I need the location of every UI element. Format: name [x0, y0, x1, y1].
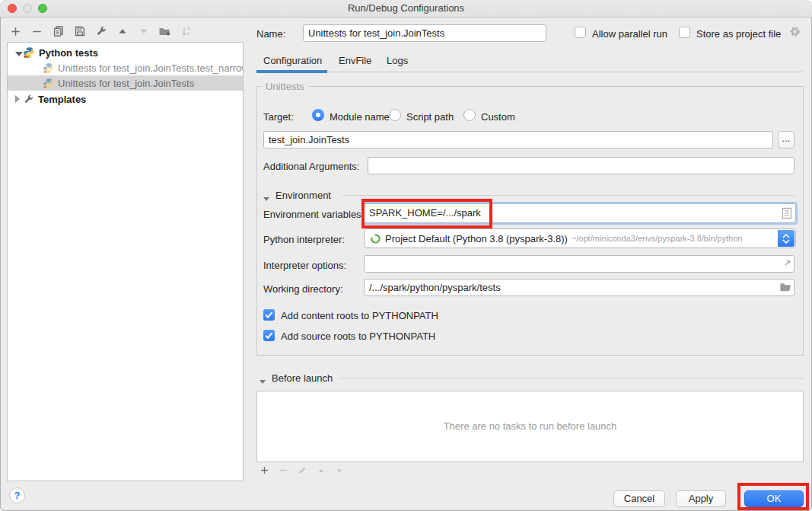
- tab-strip-divider: [256, 72, 804, 72]
- combo-spinner-icon[interactable]: [778, 230, 794, 247]
- interpreter-value: Project Default (Python 3.8 (pyspark-3.8…: [385, 233, 568, 244]
- environment-variables-label: Environment variables:: [263, 209, 364, 220]
- tree-item-unittests-test-narrow[interactable]: Unittests for test_join.JoinTests.test_n…: [8, 60, 243, 75]
- interpreter-options-input[interactable]: [364, 255, 794, 273]
- folder-icon[interactable]: [779, 282, 791, 292]
- name-input[interactable]: Unittests for test_join.JoinTests: [303, 24, 546, 42]
- environment-variables-value[interactable]: SPARK_HOME=/.../spark: [364, 203, 796, 223]
- remove-icon[interactable]: [30, 25, 43, 38]
- move-task-up-icon[interactable]: [317, 466, 326, 475]
- before-launch-collapse-arrow-icon[interactable]: [260, 375, 266, 386]
- python-tests-icon: [23, 46, 35, 59]
- before-launch-tasks-panel: There are no tasks to run before launch: [256, 391, 804, 462]
- store-as-project-file-label: Store as project file: [696, 28, 781, 40]
- edit-variables-icon[interactable]: [782, 207, 792, 219]
- unittests-group-title: Unittests: [262, 81, 308, 92]
- add-content-roots-label: Add content roots to PYTHONPATH: [281, 310, 438, 321]
- allow-parallel-run-label: Allow parallel run: [592, 28, 667, 40]
- before-launch-rule: [341, 378, 804, 378]
- help-button[interactable]: ?: [9, 487, 25, 503]
- python-interpreter-label: Python interpreter:: [263, 234, 345, 245]
- svg-text:a: a: [187, 25, 190, 30]
- python-run-config-icon: [43, 62, 54, 74]
- tree-item-label: Unittests for test_join.JoinTests.test_n…: [58, 62, 243, 74]
- sort-alphabetically-icon[interactable]: az: [180, 25, 193, 38]
- target-script-path-radio[interactable]: [389, 109, 401, 121]
- tasks-toolbar: [260, 465, 344, 475]
- additional-arguments-input[interactable]: [368, 157, 794, 174]
- target-custom-radio[interactable]: [463, 109, 476, 121]
- title-bar: Run/Debug Configurations: [0, 0, 812, 18]
- gear-icon[interactable]: [788, 25, 801, 38]
- name-label: Name:: [256, 28, 285, 40]
- save-icon[interactable]: [73, 25, 86, 38]
- edit-task-pencil-icon[interactable]: [298, 465, 307, 475]
- allow-parallel-run-checkbox[interactable]: [575, 27, 586, 38]
- conda-env-icon: [370, 233, 381, 244]
- browse-button[interactable]: ...: [778, 131, 794, 149]
- move-task-down-icon[interactable]: [335, 466, 344, 475]
- tree-item-label: Templates: [38, 94, 86, 105]
- tree-item-label: Unittests for test_join.JoinTests: [58, 78, 194, 89]
- before-launch-title: Before launch: [272, 372, 333, 384]
- additional-arguments-label: Additional Arguments:: [263, 161, 359, 172]
- python-run-config-icon: [43, 78, 54, 89]
- add-source-roots-label: Add source roots to PYTHONPATH: [281, 331, 435, 342]
- svg-text:z: z: [187, 30, 189, 36]
- tab-envfile[interactable]: EnvFile: [339, 55, 371, 66]
- tree-item-label: Python tests: [39, 47, 98, 59]
- tab-logs[interactable]: Logs: [387, 55, 408, 66]
- python-interpreter-select[interactable]: Project Default (Python 3.8 (pyspark-3.8…: [364, 228, 796, 248]
- configurations-toolbar: az: [9, 24, 193, 39]
- environment-section-title: Environment: [275, 190, 331, 201]
- add-content-roots-checkbox[interactable]: [263, 309, 275, 321]
- target-label: Target:: [263, 111, 294, 123]
- apply-button[interactable]: Apply: [676, 490, 726, 507]
- templates-wrench-icon: [23, 94, 34, 105]
- move-up-icon[interactable]: [116, 25, 129, 38]
- store-as-project-file-checkbox[interactable]: [679, 27, 690, 38]
- configurations-tree: Python tests Unittests for test_join.Joi…: [7, 42, 244, 481]
- add-icon[interactable]: [9, 25, 22, 38]
- add-source-roots-checkbox[interactable]: [263, 330, 275, 341]
- window-title: Run/Debug Configurations: [0, 2, 812, 14]
- environment-collapse-arrow-icon[interactable]: [263, 192, 269, 203]
- no-tasks-message: There are no tasks to run before launch: [257, 420, 803, 432]
- copy-icon[interactable]: [52, 25, 65, 38]
- working-directory-input[interactable]: /.../spark/python/pyspark/tests: [364, 279, 794, 296]
- target-module-name-label: Module name: [330, 111, 390, 123]
- run-debug-configurations-dialog: Run/Debug Configurations az: [0, 0, 812, 511]
- expand-arrow-icon[interactable]: [15, 94, 23, 105]
- ok-button[interactable]: OK: [744, 490, 804, 507]
- target-script-path-label: Script path: [406, 111, 454, 123]
- collapse-arrow-icon[interactable]: [15, 47, 23, 59]
- environment-section-rule: [342, 195, 794, 196]
- tree-item-unittests-jointests-selected[interactable]: Unittests for test_join.JoinTests: [8, 75, 243, 91]
- remove-task-icon[interactable]: [279, 465, 288, 475]
- target-custom-label: Custom: [481, 111, 515, 123]
- expand-field-icon[interactable]: [782, 258, 792, 268]
- working-directory-label: Working directory:: [263, 283, 343, 295]
- add-task-icon[interactable]: [260, 465, 269, 475]
- interpreter-path: ~/opt/miniconda3/envs/pyspark-3.8/bin/py…: [572, 234, 743, 243]
- tree-item-python-tests[interactable]: Python tests: [8, 45, 243, 60]
- tree-item-templates[interactable]: Templates: [8, 91, 243, 107]
- edit-defaults-wrench-icon[interactable]: [94, 25, 107, 38]
- active-tab-underline: [256, 70, 327, 73]
- target-module-name-radio[interactable]: [312, 109, 324, 121]
- move-down-icon[interactable]: [137, 25, 150, 38]
- cancel-button[interactable]: Cancel: [613, 490, 665, 507]
- target-input[interactable]: test_join.JoinTests: [263, 131, 773, 149]
- environment-variables-field[interactable]: SPARK_HOME=/.../spark: [362, 202, 798, 225]
- tab-configuration[interactable]: Configuration: [263, 55, 322, 66]
- new-folder-icon[interactable]: [158, 25, 171, 38]
- interpreter-options-label: Interpreter options:: [263, 260, 346, 271]
